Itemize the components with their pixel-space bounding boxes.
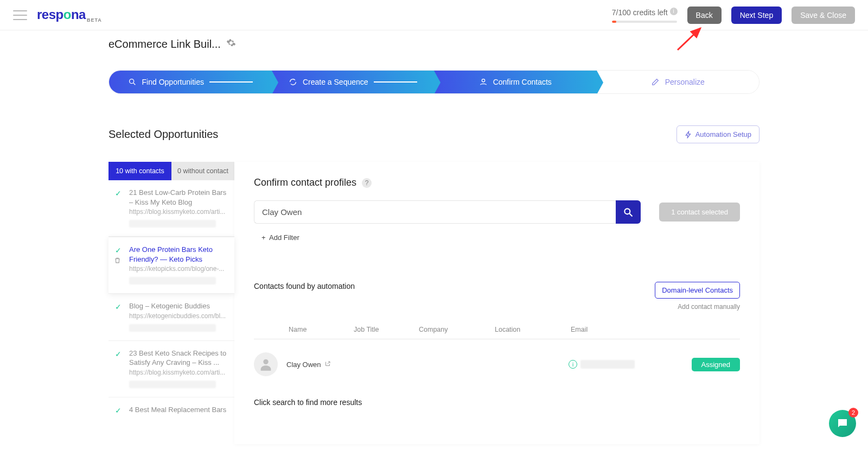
help-icon[interactable]: ? <box>362 178 372 188</box>
opportunity-title: 23 Best Keto Snack Recipes to Satisfy An… <box>129 349 229 368</box>
redacted-email <box>580 360 635 369</box>
svg-point-1 <box>129 79 133 84</box>
check-icon: ✓ <box>115 302 122 311</box>
bolt-icon <box>685 131 692 138</box>
step-create-sequence[interactable]: Create a Sequence <box>272 71 435 93</box>
detail-heading: Confirm contact profiles <box>254 177 356 188</box>
info-icon[interactable]: i <box>670 8 678 15</box>
col-job: Job Title <box>354 326 419 333</box>
check-icon: ✓ <box>115 246 122 255</box>
opportunity-title: 21 Best Low-Carb Protein Bars – Kiss My … <box>129 188 229 207</box>
step-label: Find Opportunities <box>142 78 204 86</box>
external-link-icon[interactable] <box>324 361 331 369</box>
check-icon: ✓ <box>115 350 122 358</box>
verified-icon: i <box>569 360 577 369</box>
wizard-stepper: Find Opportunities Create a Sequence Con… <box>108 70 760 94</box>
redacted-block <box>129 277 216 284</box>
contact-row[interactable]: Clay Owen i Assigned <box>254 352 740 376</box>
save-close-button[interactable]: Save & Close <box>792 7 855 24</box>
col-location: Location <box>495 326 571 333</box>
chat-icon <box>836 417 849 430</box>
add-contact-manually-link[interactable]: Add contact manually <box>655 303 740 311</box>
next-step-button[interactable]: Next Step <box>731 7 782 24</box>
top-bar: responaBETA 7/100 credits lefti Back Nex… <box>0 0 868 30</box>
contact-search-input[interactable] <box>254 200 616 224</box>
search-hint: Click search to find more results <box>254 398 740 407</box>
svg-point-4 <box>625 208 630 214</box>
credits-progress <box>612 21 677 23</box>
avatar <box>254 352 278 376</box>
opportunity-title: Are One Protein Bars Keto Friendly? — Ke… <box>129 245 229 264</box>
campaign-title-row: eCommerce Link Buil... <box>108 38 760 50</box>
tab-with-contacts[interactable]: 10 with contacts <box>108 162 171 180</box>
contacts-selected-pill: 1 contact selected <box>659 203 740 222</box>
step-label: Personalize <box>665 78 705 86</box>
edit-icon <box>651 78 660 86</box>
svg-line-2 <box>133 83 135 85</box>
opportunity-title: Blog – Ketogenic Buddies <box>129 301 229 311</box>
search-icon <box>128 78 137 86</box>
opportunity-item[interactable]: ✓ 21 Best Low-Carb Protein Bars – Kiss M… <box>108 180 234 237</box>
redacted-block <box>129 220 216 227</box>
gear-icon[interactable] <box>226 38 236 50</box>
credits-indicator: 7/100 credits lefti <box>612 8 678 23</box>
back-button[interactable]: Back <box>687 7 722 24</box>
add-filter-button[interactable]: + Add Filter <box>261 233 740 242</box>
col-company: Company <box>419 326 495 333</box>
section-title: Selected Opportunities <box>108 128 218 141</box>
assigned-badge[interactable]: Assigned <box>692 358 740 371</box>
chat-launcher[interactable]: 2 <box>829 410 856 437</box>
step-confirm-contacts[interactable]: Confirm Contacts <box>434 71 597 93</box>
opportunity-item[interactable]: ✓ Blog – Ketogenic Buddies https://ketog… <box>108 294 234 341</box>
contact-name: Clay Owen <box>286 361 321 369</box>
step-label: Create a Sequence <box>303 78 368 86</box>
logo[interactable]: responaBETA <box>37 7 102 23</box>
automation-setup-label: Automation Setup <box>695 130 751 138</box>
opportunity-url: https://ketogenicbuddies.com/bl... <box>129 312 229 320</box>
beta-tag: BETA <box>87 17 102 23</box>
opportunity-url: https://blog.kissmyketo.com/arti... <box>129 208 229 216</box>
credits-text: 7/100 credits lefti <box>612 8 678 17</box>
opportunity-url: https://blog.kissmyketo.com/arti... <box>129 369 229 376</box>
campaign-title: eCommerce Link Buil... <box>108 38 221 50</box>
refresh-icon <box>289 78 297 86</box>
detail-panel: Confirm contact profiles ? 1 contact sel… <box>234 162 760 444</box>
svg-point-3 <box>482 79 484 82</box>
col-name: Name <box>289 326 354 333</box>
redacted-block <box>129 324 216 332</box>
search-button[interactable] <box>616 200 641 224</box>
opportunity-title: 4 Best Meal Replacement Bars <box>129 405 229 415</box>
opportunity-item[interactable]: ✓ Are One Protein Bars Keto Friendly? — … <box>108 237 234 294</box>
menu-icon[interactable] <box>13 10 27 20</box>
opportunity-item[interactable]: ✓ 23 Best Keto Snack Recipes to Satisfy … <box>108 341 234 397</box>
svg-line-5 <box>630 213 633 216</box>
opportunity-url: https://ketopicks.com/blog/one-... <box>129 265 229 273</box>
opportunity-sidebar: 10 with contacts 0 without contact ✓ 21 … <box>108 162 234 444</box>
opportunity-item[interactable]: ✓ 4 Best Meal Replacement Bars <box>108 397 234 423</box>
tab-without-contact[interactable]: 0 without contact <box>171 162 234 180</box>
domain-level-contacts-button[interactable]: Domain-level Contacts <box>655 282 740 299</box>
search-icon <box>623 207 634 218</box>
contacts-table-header: Name Job Title Company Location Email <box>254 326 740 339</box>
chat-badge: 2 <box>848 408 858 418</box>
col-email: Email <box>571 326 668 333</box>
contacts-found-label: Contacts found by automation <box>254 282 355 290</box>
step-personalize[interactable]: Personalize <box>597 71 760 93</box>
check-icon: ✓ <box>115 406 122 415</box>
trash-icon[interactable] <box>114 257 121 265</box>
svg-point-6 <box>263 359 268 364</box>
user-icon <box>479 78 488 86</box>
step-label: Confirm Contacts <box>493 78 552 86</box>
check-icon: ✓ <box>115 189 122 198</box>
step-find-opportunities[interactable]: Find Opportunities <box>109 71 272 93</box>
automation-setup-button[interactable]: Automation Setup <box>676 125 760 143</box>
redacted-block <box>129 381 216 388</box>
